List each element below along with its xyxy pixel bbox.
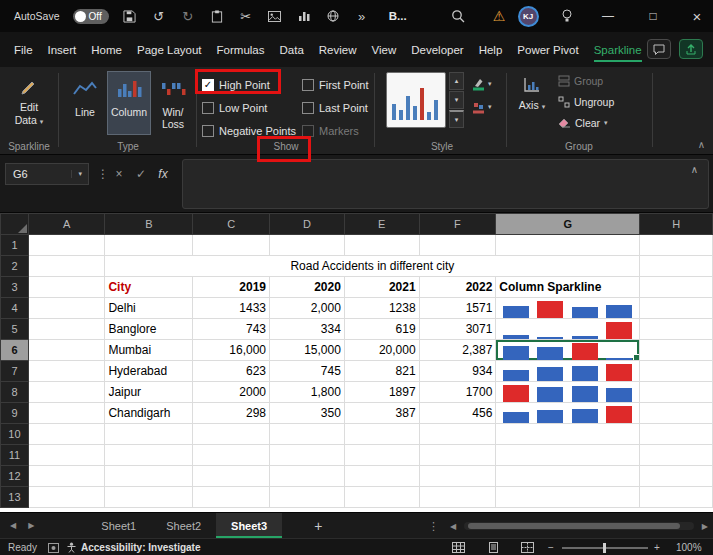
sheet-nav-left-icon[interactable]: ◀ xyxy=(10,521,16,530)
name-box[interactable]: G6▾ xyxy=(5,163,89,185)
cell[interactable] xyxy=(270,466,345,487)
search-icon[interactable] xyxy=(448,0,468,32)
cell[interactable] xyxy=(640,445,713,466)
sparkline-cell-G8[interactable] xyxy=(496,382,640,403)
cell-A3[interactable] xyxy=(28,277,105,298)
column-header-E[interactable]: E xyxy=(344,214,419,235)
cell[interactable] xyxy=(193,487,270,508)
value-cell[interactable]: 619 xyxy=(344,319,419,340)
cell[interactable] xyxy=(640,466,713,487)
collapse-ribbon-icon[interactable]: ∧ xyxy=(698,139,705,150)
hscroll-thumb[interactable] xyxy=(468,523,680,529)
city-cell-banglore[interactable]: Banglore xyxy=(105,319,193,340)
cell-H5[interactable] xyxy=(640,319,713,340)
save-icon[interactable] xyxy=(122,8,138,24)
cell-H3[interactable] xyxy=(640,277,713,298)
select-all-corner[interactable] xyxy=(1,214,29,235)
tab-page-layout[interactable]: Page Layout xyxy=(137,32,202,67)
cell[interactable] xyxy=(344,487,419,508)
style-more-button[interactable]: ▾ xyxy=(449,110,464,128)
cell[interactable] xyxy=(344,445,419,466)
column-header-H[interactable]: H xyxy=(640,214,713,235)
tab-help[interactable]: Help xyxy=(479,32,503,67)
cell[interactable] xyxy=(344,466,419,487)
warning-icon[interactable]: ⚠ xyxy=(489,0,509,32)
sparkline-color-button[interactable]: ▾ xyxy=(472,74,492,94)
value-cell[interactable]: 2,387 xyxy=(419,340,496,361)
value-cell[interactable]: 1,800 xyxy=(270,382,345,403)
lightbulb-icon[interactable] xyxy=(557,0,577,32)
zoom-level[interactable]: 100% xyxy=(676,539,702,555)
value-cell[interactable]: 623 xyxy=(193,361,270,382)
maximize-button[interactable]: □ xyxy=(638,0,668,32)
tab-home[interactable]: Home xyxy=(91,32,122,67)
cell[interactable] xyxy=(28,235,105,256)
value-cell[interactable]: 16,000 xyxy=(193,340,270,361)
style-scroll-down-button[interactable]: ▾ xyxy=(449,91,464,109)
city-cell-chandigarh[interactable]: Chandigarh xyxy=(105,403,193,424)
accessibility-status[interactable]: Accessibility: Investigate xyxy=(81,539,201,555)
sparkline-cell-G5[interactable] xyxy=(496,319,640,340)
cell[interactable] xyxy=(496,487,640,508)
value-cell[interactable]: 3071 xyxy=(419,319,496,340)
macro-record-icon[interactable] xyxy=(48,539,59,555)
cell[interactable] xyxy=(419,235,496,256)
cell[interactable] xyxy=(344,235,419,256)
sparkline-cell-G9[interactable] xyxy=(496,403,640,424)
value-cell[interactable]: 1700 xyxy=(419,382,496,403)
hscroll-left-icon[interactable]: ◀ xyxy=(450,513,456,539)
column-header-B[interactable]: B xyxy=(105,214,193,235)
cell[interactable] xyxy=(496,235,640,256)
marker-color-button[interactable]: ▾ xyxy=(472,97,492,117)
cell[interactable] xyxy=(28,466,105,487)
city-cell-hyderabad[interactable]: Hyderabad xyxy=(105,361,193,382)
cell[interactable] xyxy=(640,424,713,445)
cell-A2[interactable] xyxy=(28,256,105,277)
cell[interactable] xyxy=(419,466,496,487)
cell[interactable] xyxy=(270,487,345,508)
zoom-slider-thumb[interactable] xyxy=(603,543,606,553)
type-button-column[interactable]: Column xyxy=(107,71,151,135)
sheet-tab-sheet3[interactable]: Sheet3 xyxy=(216,513,282,538)
row-header-4[interactable]: 4 xyxy=(1,298,29,319)
cell-H9[interactable] xyxy=(640,403,713,424)
cell[interactable] xyxy=(344,424,419,445)
cell[interactable] xyxy=(496,424,640,445)
zoom-out-button[interactable]: − xyxy=(548,539,554,555)
cell[interactable] xyxy=(28,487,105,508)
cell-A8[interactable] xyxy=(28,382,105,403)
cell-A4[interactable] xyxy=(28,298,105,319)
row-header-2[interactable]: 2 xyxy=(1,256,29,277)
ungroup-button[interactable]: Ungroup xyxy=(558,93,614,111)
avatar[interactable]: KJ xyxy=(516,0,540,32)
cell[interactable] xyxy=(105,487,193,508)
value-cell[interactable]: 456 xyxy=(419,403,496,424)
checkbox-high-point[interactable]: ✓High Point xyxy=(202,79,302,91)
checkbox-last-point[interactable]: Last Point xyxy=(302,102,390,114)
globe-icon[interactable] xyxy=(325,8,341,24)
checkbox-negative-points[interactable]: Negative Points xyxy=(202,125,302,137)
cell[interactable] xyxy=(105,424,193,445)
table-header-2019[interactable]: 2019 xyxy=(193,277,270,298)
cell-H7[interactable] xyxy=(640,361,713,382)
cell[interactable] xyxy=(193,445,270,466)
zoom-in-button[interactable]: + xyxy=(654,539,660,555)
cell[interactable] xyxy=(105,445,193,466)
value-cell[interactable]: 1433 xyxy=(193,298,270,319)
page-break-view-icon[interactable] xyxy=(521,539,534,555)
cell[interactable] xyxy=(496,445,640,466)
column-header-C[interactable]: C xyxy=(193,214,270,235)
city-cell-mumbai[interactable]: Mumbai xyxy=(105,340,193,361)
paste-icon[interactable] xyxy=(209,8,225,24)
column-header-G[interactable]: G xyxy=(496,214,640,235)
cell-A9[interactable] xyxy=(28,403,105,424)
value-cell[interactable]: 334 xyxy=(270,319,345,340)
value-cell[interactable]: 745 xyxy=(270,361,345,382)
value-cell[interactable]: 1571 xyxy=(419,298,496,319)
row-header-3[interactable]: 3 xyxy=(1,277,29,298)
cell-A5[interactable] xyxy=(28,319,105,340)
formula-input[interactable]: ∧ xyxy=(182,159,709,209)
cell-H4[interactable] xyxy=(640,298,713,319)
value-cell[interactable]: 1897 xyxy=(344,382,419,403)
cell[interactable] xyxy=(193,235,270,256)
